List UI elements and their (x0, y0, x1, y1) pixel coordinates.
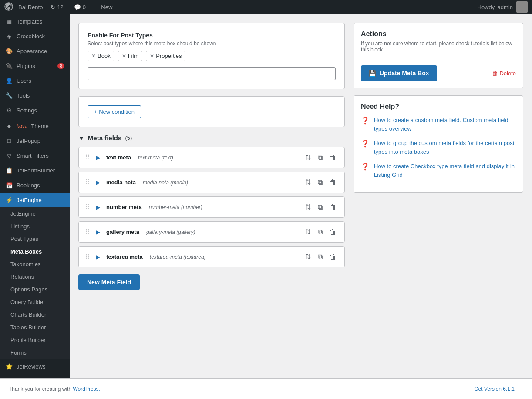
table-row: ⠿ ▶ media neta media-neta (media) ⇅ ⧉ 🗑 (78, 172, 345, 193)
copy-icon[interactable]: ⧉ (316, 152, 324, 162)
sidebar-sub-forms[interactable]: Forms (5, 346, 70, 359)
sidebar-sub-profile-builder[interactable]: Profile Builder (5, 334, 70, 346)
sidebar-item-label: Settings (17, 107, 37, 114)
new-meta-field-button[interactable]: New Meta Field (78, 274, 140, 290)
meta-fields-title: Meta fields (88, 134, 122, 142)
comments-count[interactable]: 💬 0 (71, 4, 88, 10)
sidebar-sub-post-types[interactable]: Post Types (5, 233, 70, 245)
delete-icon[interactable]: 🗑 (328, 202, 338, 212)
sidebar-item-theme[interactable]: ◆ kava Theme (0, 118, 70, 133)
copy-icon[interactable]: ⧉ (316, 202, 324, 212)
field-name: textarea meta (106, 254, 143, 260)
tools-icon: 🔧 (5, 91, 13, 99)
collapse-menu-button[interactable]: ◀ Collapse menu (0, 374, 70, 378)
sidebar-item-bookings[interactable]: 📅 Bookings (0, 178, 70, 193)
tag-close-book[interactable]: ✕ (91, 53, 96, 59)
expand-icon[interactable]: ▶ (96, 179, 100, 186)
updates-count[interactable]: ↻ 12 (48, 4, 66, 10)
enable-post-types-card: Enable For Post Types Select post types … (78, 23, 345, 89)
wordpress-link[interactable]: WordPress. (73, 386, 100, 392)
update-meta-box-button[interactable]: 💾 Update Meta Box (361, 65, 437, 81)
help-link-3[interactable]: How to create Checkbox type meta field a… (374, 162, 516, 179)
drag-handle-icon[interactable]: ⠿ (85, 203, 90, 211)
plugins-icon: 🔌 (5, 62, 13, 70)
sidebar-item-jetpopup[interactable]: □ JetPopup (0, 133, 70, 148)
new-condition-button[interactable]: + New condition (88, 105, 141, 118)
tag-film[interactable]: ✕ Film (118, 51, 143, 61)
help-item: ❓ How to group the custom meta fields fo… (361, 139, 516, 156)
sidebar-item-smart-filters[interactable]: ▽ Smart Filters (0, 148, 70, 163)
meta-fields-toggle[interactable]: ▼ (78, 135, 84, 142)
version-link[interactable]: Get Version 6.1.1 (465, 382, 523, 396)
drag-handle-icon[interactable]: ⠿ (85, 253, 90, 261)
sidebar-item-label: Bookings (17, 182, 40, 189)
engine-icon: ⚡ (5, 196, 13, 204)
sidebar-item-jetformbuilder[interactable]: 📋 JetFormBuilder (0, 163, 70, 178)
tags-row: ✕ Book ✕ Film ✕ Properties (88, 51, 336, 61)
delete-icon[interactable]: 🗑 (328, 227, 338, 237)
sidebar-item-jetengine[interactable]: ⚡ JetEngine (0, 193, 70, 207)
sidebar-sub-query-builder[interactable]: Query Builder (5, 296, 70, 308)
delete-icon[interactable]: 🗑 (328, 177, 338, 187)
form-icon: 📋 (5, 166, 13, 174)
new-button[interactable]: + New (94, 4, 115, 10)
shuffle-icon[interactable]: ⇅ (303, 152, 313, 162)
sidebar-item-jetreviews[interactable]: ⭐ JetReviews (0, 359, 70, 374)
site-name[interactable]: BaliRento (18, 4, 43, 10)
sidebar-item-label: Appearance (17, 48, 47, 54)
admin-avatar[interactable] (516, 1, 528, 13)
sidebar-item-settings[interactable]: ⚙ Settings (0, 103, 70, 118)
expand-icon[interactable]: ▶ (96, 254, 100, 260)
sidebar-item-tools[interactable]: 🔧 Tools (0, 88, 70, 103)
delete-icon[interactable]: 🗑 (328, 252, 338, 262)
drag-handle-icon[interactable]: ⠿ (85, 153, 90, 162)
expand-icon[interactable]: ▶ (96, 229, 100, 235)
sidebar-item-users[interactable]: 👤 Users (0, 73, 70, 88)
settings-icon: ⚙ (5, 106, 13, 114)
drag-handle-icon[interactable]: ⠿ (85, 228, 90, 236)
sidebar-sub-tables-builder[interactable]: Tables Builder (5, 321, 70, 334)
help-link-2[interactable]: How to group the custom meta fields for … (374, 139, 516, 156)
sidebar-item-label: Tools (17, 92, 30, 99)
delete-icon[interactable]: 🗑 (328, 152, 338, 162)
sidebar-item-label: JetEngine (17, 197, 42, 203)
tag-book[interactable]: ✕ Book (88, 51, 114, 61)
tag-label: Film (128, 53, 139, 59)
delete-link[interactable]: 🗑 Delete (492, 70, 516, 77)
expand-icon[interactable]: ▶ (96, 204, 100, 210)
sidebar-item-label: Templates (17, 18, 42, 25)
sidebar-sub-options-pages[interactable]: Options Pages (5, 283, 70, 296)
expand-icon[interactable]: ▶ (96, 155, 100, 161)
topbar: BaliRento ↻ 12 💬 0 + New Howdy, admin (0, 0, 532, 14)
shuffle-icon[interactable]: ⇅ (303, 177, 313, 187)
sidebar-item-crocoblock[interactable]: ◈ JetPopup Crocoblock (0, 29, 70, 44)
shuffle-icon[interactable]: ⇅ (303, 252, 313, 262)
tag-properties[interactable]: ✕ Properties (146, 51, 185, 61)
sidebar-item-templates[interactable]: ▦ Templates (0, 14, 70, 29)
post-type-input[interactable] (88, 67, 336, 80)
copy-icon[interactable]: ⧉ (316, 252, 324, 262)
sidebar-sub-charts-builder[interactable]: Charts Builder (5, 308, 70, 321)
sidebar-sub-jetengine[interactable]: JetEngine (5, 207, 70, 220)
sidebar-sub-meta-boxes[interactable]: Meta Boxes (5, 245, 70, 258)
drag-handle-icon[interactable]: ⠿ (85, 178, 90, 186)
tag-close-film[interactable]: ✕ (122, 53, 126, 59)
shuffle-icon[interactable]: ⇅ (303, 202, 313, 212)
sidebar-item-plugins[interactable]: 🔌 Plugins 8 (0, 58, 70, 73)
copy-icon[interactable]: ⧉ (316, 227, 324, 237)
sidebar-item-label: JetFormBuilder (17, 167, 55, 174)
help-link-1[interactable]: How to create a custom meta field. Custo… (374, 116, 516, 133)
sidebar-sub-taxonomies[interactable]: Taxonomies (5, 258, 70, 271)
tag-label: Properties (156, 53, 182, 59)
copy-icon[interactable]: ⧉ (316, 177, 324, 187)
shuffle-icon[interactable]: ⇅ (303, 227, 313, 237)
actions-box: Actions If you are not sure where to sta… (354, 23, 523, 88)
table-row: ⠿ ▶ number meta number-meta (number) ⇅ ⧉… (78, 196, 345, 218)
sidebar-sub-relations[interactable]: Relations (5, 271, 70, 283)
sidebar-sub-listings[interactable]: Listings (5, 220, 70, 233)
sidebar-item-appearance[interactable]: 🎨 Appearance (0, 44, 70, 58)
filter-icon: ▽ (5, 152, 13, 159)
help-title: Need Help? (361, 103, 516, 111)
tag-close-properties[interactable]: ✕ (150, 53, 154, 59)
sidebar-item-label: Plugins (17, 63, 35, 69)
